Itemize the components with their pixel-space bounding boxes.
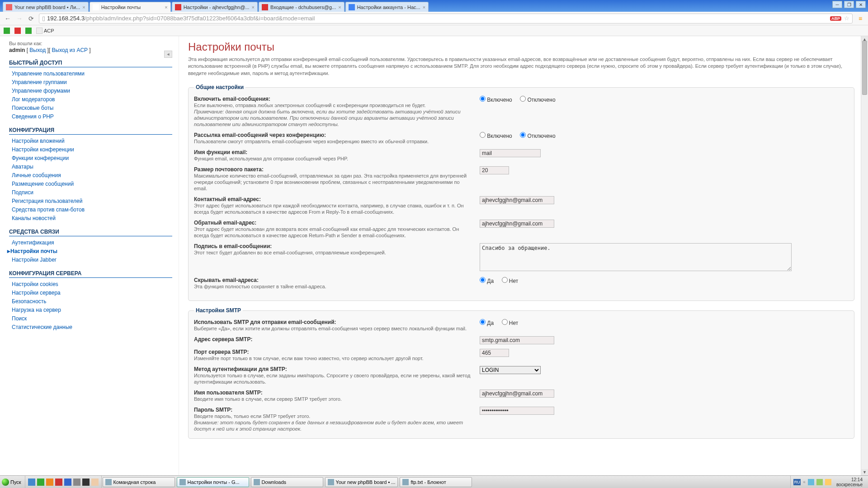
sidebar-link[interactable]: Подписи [12,189,33,196]
sidebar-link[interactable]: Поисковые боты [12,105,53,111]
sidebar-item[interactable]: Каналы новостей [9,214,172,222]
bookmark-item[interactable] [25,28,32,34]
sidebar-link[interactable]: Настройки Jabber [12,257,57,263]
radio-smtp-no[interactable]: Нет [502,320,519,326]
vertical-scrollbar[interactable]: ▲ ▼ [861,36,868,475]
scroll-thumb[interactable] [862,41,867,95]
close-icon[interactable]: × [250,5,255,10]
close-icon[interactable]: × [162,5,167,10]
sidebar-link[interactable]: Функции конференции [12,155,69,161]
ql-icon[interactable] [55,479,62,486]
tray-icon[interactable] [825,479,831,485]
sidebar-item[interactable]: Настройки сервера [9,288,172,297]
browser-tab[interactable]: Настройки аккаунта - Нас...× [345,2,429,12]
sidebar-link[interactable]: Поиск [12,315,27,322]
sidebar-link[interactable]: Управление форумами [12,88,70,94]
sidebar-item[interactable]: Функции конференции [9,154,172,162]
input-smtp-port[interactable] [480,349,509,357]
browser-tab[interactable]: Настройки - ajhevcfggjhn@...× [172,2,258,12]
sidebar-item[interactable]: Средства против спам-ботов [9,205,172,214]
sidebar-link[interactable]: Каналы новостей [12,215,56,221]
sidebar-item[interactable]: Безопасность [9,297,172,305]
sidebar-link[interactable]: Аутентификация [12,239,54,246]
ql-icon[interactable] [37,479,44,486]
minimize-button[interactable]: ─ [832,1,842,8]
radio-boardmail-on[interactable]: Включено [480,133,512,139]
input-smtp-pass[interactable] [480,407,554,415]
sidebar-link[interactable]: Управление пользователями [12,70,85,77]
tray-expand-icon[interactable]: « [803,479,806,484]
ql-icon[interactable] [73,479,80,486]
radio-enable-on[interactable]: Включено [480,97,512,103]
bookmark-star-icon[interactable]: ☆ [844,15,849,22]
sidebar-link[interactable]: Управление группами [12,79,67,85]
radio-input[interactable] [502,319,508,325]
scroll-down-icon[interactable]: ▼ [861,469,868,475]
radio-enable-off[interactable]: Отключено [520,97,556,103]
radio-input[interactable] [480,319,486,325]
sidebar-link[interactable]: Безопасность [12,298,47,305]
sidebar-item[interactable]: Размещение сообщений [9,179,172,188]
radio-input[interactable] [520,96,526,102]
sidebar-link[interactable]: Лог модераторов [12,96,55,103]
sidebar-link[interactable]: Настройки конференции [12,146,74,153]
radio-input[interactable] [502,277,508,283]
browser-tab[interactable]: Your new phpBB board • Ли...× [3,2,89,12]
clock[interactable]: 12:14 воскресенье [834,477,865,487]
close-icon[interactable]: × [336,5,341,10]
sidebar-item[interactable]: Настройки конференции [9,145,172,154]
taskbar-task[interactable]: ftp.txt - Блокнот [400,477,472,487]
sidebar-item[interactable]: Личные сообщения [9,171,172,179]
input-smtp-user[interactable] [480,389,554,398]
radio-hide-yes[interactable]: Да [480,278,494,284]
input-smtp-host[interactable] [480,336,554,344]
sidebar-link[interactable]: Настройки cookies [12,281,58,287]
radio-input[interactable] [480,96,486,102]
forward-button[interactable]: → [15,14,24,23]
close-icon[interactable]: × [80,5,85,10]
browser-tab[interactable]: Входящие - dchubusers@g...× [259,2,344,12]
back-button[interactable]: ← [4,14,12,23]
radio-input[interactable] [480,132,486,138]
input-return-email[interactable] [480,220,554,228]
tray-icon[interactable] [816,479,823,485]
browser-tab-active[interactable]: Настройки почты× [90,2,171,12]
logout-acp-link[interactable]: Выход из ACP [52,47,88,53]
collapse-sidebar-icon[interactable]: ◄ [164,51,172,58]
sidebar-link[interactable]: Нагрузка на сервер [12,307,61,313]
taskbar-task[interactable]: Настройки почты - G... [177,477,249,487]
sidebar-item[interactable]: Сведения о PHP [9,112,172,121]
bookmark-item[interactable] [14,28,21,34]
input-package-size[interactable] [480,166,509,174]
sidebar-link[interactable]: Настройки сервера [12,290,61,296]
sidebar-link[interactable]: Настройки вложений [12,138,65,144]
sidebar-link[interactable]: Настройки почты [10,248,57,254]
close-window-button[interactable]: ✕ [856,1,866,8]
radio-hide-no[interactable]: Нет [502,278,519,284]
input-contact-email[interactable] [480,196,554,204]
taskbar-task[interactable]: Командная строка [103,477,175,487]
start-button[interactable]: Пуск [0,476,25,488]
close-icon[interactable]: × [420,5,425,10]
menu-button[interactable]: ≡ [856,14,864,23]
address-bar[interactable]: ▯ 192.168.254.3/phpbb/adm/index.php?sid=… [39,14,853,23]
radio-smtp-yes[interactable]: Да [480,320,494,326]
radio-boardmail-off[interactable]: Отключено [520,133,556,139]
ql-icorpn[interactable] [91,479,99,486]
sidebar-item[interactable]: Настройки cookies [9,280,172,288]
sidebar-item[interactable]: Управление группами [9,78,172,86]
sidebar-item[interactable]: Регистрация пользователей [9,197,172,205]
ql-icon[interactable] [28,479,35,486]
sidebar-link[interactable]: Регистрация пользователей [12,198,82,204]
sidebar-item[interactable]: Аутентификация [9,238,172,247]
sidebar-item[interactable]: Управление форумами [9,86,172,95]
input-mailfunc[interactable] [480,149,541,157]
ql-icon[interactable] [64,479,71,486]
sidebar-item[interactable]: Настройки почты [9,247,172,255]
sidebar-item[interactable]: Поиск [9,314,172,323]
sidebar-item[interactable]: Поисковые боты [9,103,172,112]
ql-icon[interactable] [46,479,53,486]
sidebar-link[interactable]: Сведения о PHP [12,113,54,120]
sidebar-link[interactable]: Размещение сообщений [12,181,74,187]
sidebar-item[interactable]: Статистические данные [9,323,172,331]
